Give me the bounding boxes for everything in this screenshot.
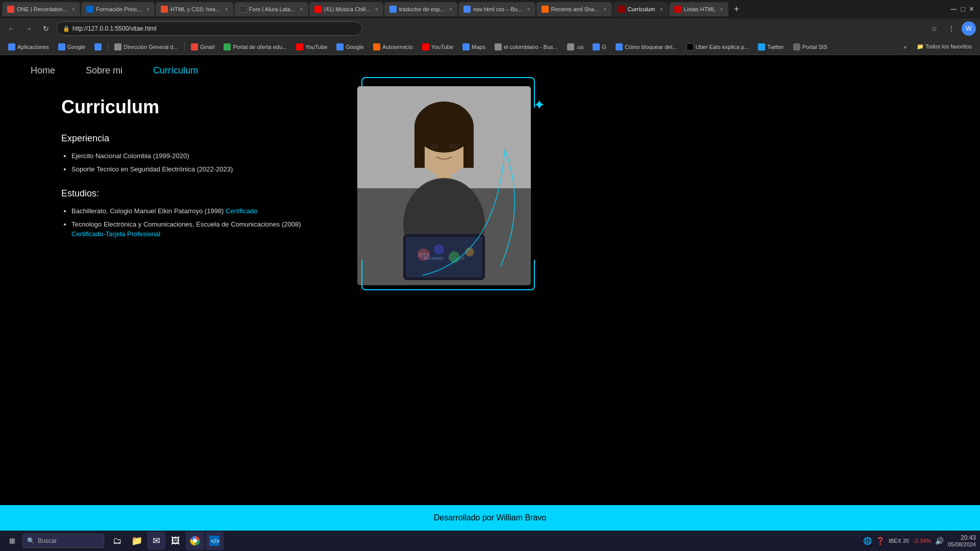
bookmark-label-us: .us [576, 44, 584, 50]
bookmark-google-2[interactable]: Google [332, 41, 368, 53]
help-icon[interactable]: ❓ [876, 537, 885, 545]
bookmark-youtube-2[interactable]: YouTube [418, 41, 457, 53]
todos-favoritos[interactable]: 📁 Todos los favoritos [913, 41, 976, 53]
search-placeholder: Buscar [38, 537, 57, 544]
bookmark-maps[interactable]: Maps [458, 41, 489, 53]
back-button[interactable]: ← [4, 21, 18, 36]
more-bookmarks-button[interactable]: » [900, 43, 910, 51]
window-controls: ─ □ × [951, 5, 978, 14]
reload-button[interactable]: ↻ [39, 21, 53, 36]
bookmark-label-yt2: YouTube [431, 44, 453, 50]
bookmark-label-uber: Uber Eats explica p... [696, 44, 749, 50]
svg-text:</>: </> [211, 538, 219, 545]
taskbar-app-photos[interactable]: 🖼 [166, 532, 185, 550]
bookmark-favicon-maps [462, 43, 470, 51]
new-tab-button[interactable]: + [729, 2, 744, 16]
tab-favicon-10 [674, 6, 681, 13]
tab-9[interactable]: Currículum × [613, 2, 668, 16]
network-icon[interactable]: 🌐 [863, 537, 872, 545]
svg-point-7 [431, 144, 439, 149]
bookmark-twitter[interactable]: Twitter [754, 41, 788, 53]
address-bar[interactable]: 🔒 http://127.0.0.1:5500/vitae.html [56, 21, 362, 36]
search-icon: 🔍 [27, 537, 35, 544]
cv-section: Curriculum Experiencia Ejercito Nacional… [61, 96, 316, 254]
nav-home[interactable]: Home [31, 65, 55, 76]
tab-2[interactable]: Formación Princ... × [81, 2, 155, 16]
bookmark-separator-2 [184, 43, 185, 51]
bookmark-gmail[interactable]: Gmail [187, 41, 219, 53]
estudio-link-1[interactable]: Certificado [226, 207, 257, 215]
tab-close-6[interactable]: × [447, 6, 452, 12]
tab-favicon-1 [7, 6, 14, 13]
bookmark-label-blq: Cómo bloquear det... [625, 44, 677, 50]
tab-close-4[interactable]: × [298, 6, 303, 12]
bookmark-g-icon[interactable] [90, 41, 106, 53]
tab-4[interactable]: Foro | Alura Lata... × [234, 2, 308, 16]
tab-5[interactable]: (41) Música Chill... × [309, 2, 384, 16]
tab-close-2[interactable]: × [144, 6, 150, 12]
bookmark-favicon-auto [373, 43, 380, 51]
estudio-item-1: Bachillerato, Cologio Manuel Elkin Patar… [71, 206, 316, 216]
sparkle-decoration: ✦ [533, 96, 545, 113]
close-button[interactable]: × [969, 5, 974, 14]
svg-rect-6 [463, 127, 474, 168]
bookmark-portal-sis[interactable]: Portal SIS [789, 41, 832, 53]
bookmark-colombiano[interactable]: el colombiano - Bus... [491, 41, 562, 53]
bookmark-favicon-sis [793, 43, 800, 51]
taskbar-app-vscode[interactable]: </> [205, 532, 224, 550]
tab-7[interactable]: nav html css – Bu... × [458, 2, 535, 16]
browser-menu-button[interactable]: ⋮ [944, 21, 959, 36]
bookmark-ubereats[interactable]: Uber Eats explica p... [682, 41, 753, 53]
bookmark-label-gmail: Gmail [200, 44, 215, 50]
taskbar-app-files[interactable]: 📁 [128, 532, 146, 550]
tab-close-3[interactable]: × [223, 6, 228, 12]
bookmark-favicon-g [94, 43, 102, 51]
taskbar-clock: 20:43 05/08/2024 [948, 534, 976, 547]
bookmark-aplicaciones[interactable]: Aplicaciones [4, 41, 53, 53]
nav-sobre[interactable]: Sobre mi [86, 65, 122, 76]
tab-close-7[interactable]: × [525, 6, 530, 12]
minimize-button[interactable]: ─ [951, 5, 957, 14]
bookmark-label-portal: Portal de oferta edu... [233, 44, 287, 50]
cv-title: Curriculum [61, 96, 316, 118]
taskbar-apps: 🗂 📁 ✉ 🖼 </> [108, 532, 224, 550]
start-button[interactable]: ⊞ [4, 533, 20, 549]
user-profile-button[interactable]: W [962, 21, 976, 36]
bookmark-google-1[interactable]: Google [54, 41, 89, 53]
bookmark-favicon-us [567, 43, 574, 51]
tab-8[interactable]: Recents and Sha... × [536, 2, 612, 16]
bookmark-favicon-dir [114, 43, 121, 51]
tab-close-9[interactable]: × [657, 6, 663, 12]
bookmark-direccion[interactable]: Dirección General d... [110, 41, 182, 53]
taskbar-app-explorer[interactable]: 🗂 [108, 532, 127, 550]
volume-icon[interactable]: 🔊 [935, 537, 944, 545]
bookmark-us[interactable]: .us [563, 41, 588, 53]
tab-close-1[interactable]: × [70, 6, 75, 12]
bookmark-bloquear[interactable]: Cómo bloquear det... [611, 41, 681, 53]
svg-point-8 [449, 144, 457, 149]
bookmark-g3[interactable]: G [589, 41, 610, 53]
tab-10[interactable]: Listas HTML × [669, 2, 728, 16]
estudio-link-2[interactable]: Certificado-Tarjeta Profesional [71, 230, 160, 238]
bookmark-portal-edu[interactable]: Portal de oferta edu... [219, 41, 291, 53]
taskbar-search[interactable]: 🔍 Buscar [22, 534, 104, 548]
nav-curriculum[interactable]: Currículum [153, 65, 198, 76]
tab-close-8[interactable]: × [601, 6, 606, 12]
bookmark-favicon-uber [687, 43, 694, 51]
tab-1[interactable]: ONE | Recordatori... × [2, 2, 80, 16]
maximize-button[interactable]: □ [961, 5, 965, 13]
bookmark-autoservicio[interactable]: Autoservicio [369, 41, 417, 53]
address-text: http://127.0.0.1:5500/vitae.html [72, 25, 157, 32]
bookmark-youtube-1[interactable]: YouTube [292, 41, 331, 53]
bookmark-star-button[interactable]: ☆ [927, 21, 941, 36]
taskbar-app-mail[interactable]: ✉ [147, 532, 165, 550]
tab-3[interactable]: HTML y CSS: hea... × [156, 2, 233, 16]
tab-close-5[interactable]: × [373, 6, 378, 12]
tab-favicon-7 [463, 6, 471, 13]
taskbar-app-chrome[interactable] [186, 532, 204, 550]
tab-close-10[interactable]: × [718, 6, 723, 12]
tab-6[interactable]: traductor de esp... × [384, 2, 457, 16]
forward-button[interactable]: → [21, 21, 36, 36]
bookmark-label-aplicaciones: Aplicaciones [17, 44, 49, 50]
tab-favicon-8 [542, 6, 549, 13]
